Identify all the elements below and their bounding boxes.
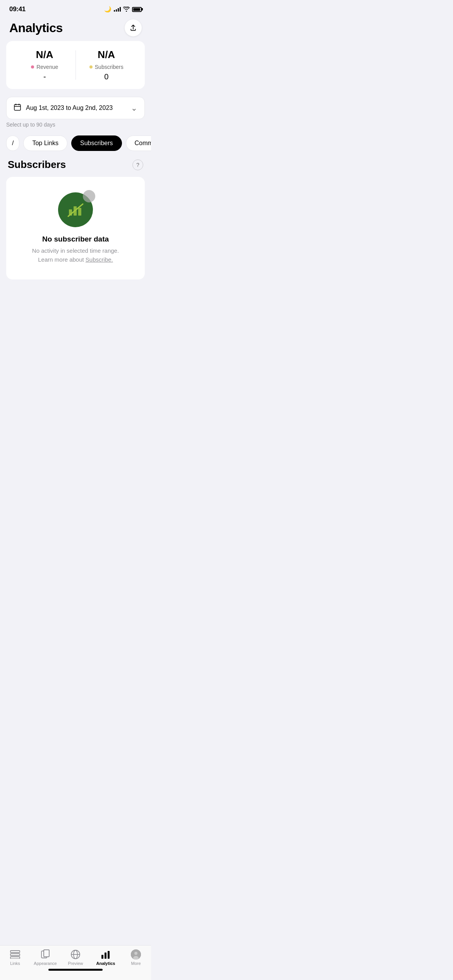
share-button[interactable]	[125, 19, 142, 36]
tab-top-links[interactable]: Top Links	[23, 135, 67, 151]
calendar-icon	[14, 103, 21, 113]
subscribers-label: Subscribers	[95, 64, 124, 70]
svg-rect-0	[14, 105, 21, 110]
tab-subscribers[interactable]: Subscribers	[71, 135, 122, 151]
tab-commerce[interactable]: Commerce	[126, 135, 151, 151]
analytics-tabs: / Top Links Subscribers Commerce L	[0, 135, 151, 159]
page-header: Analytics	[0, 16, 151, 41]
status-bar: 09:41 🌙	[0, 0, 151, 16]
help-icon: ?	[136, 162, 139, 168]
moon-icon: 🌙	[104, 6, 112, 13]
subscribers-section-header: Subscribers ?	[0, 159, 151, 177]
revenue-dot	[31, 65, 34, 69]
empty-state-desc: No activity in selected time range. Lear…	[32, 247, 119, 264]
revenue-value: N/A	[14, 49, 76, 61]
page-title: Analytics	[9, 21, 63, 35]
revenue-number: -	[14, 72, 76, 81]
subscribers-dot	[89, 65, 93, 69]
signal-icon	[114, 7, 121, 12]
empty-state-card: No subscriber data No activity in select…	[6, 177, 145, 279]
date-picker[interactable]: Aug 1st, 2023 to Aug 2nd, 2023 ⌄	[6, 97, 145, 119]
subscribers-number: 0	[76, 72, 137, 81]
battery-icon	[132, 7, 142, 12]
svg-rect-3	[78, 208, 81, 216]
status-time: 09:41	[9, 5, 26, 13]
empty-state-icon-overlay	[83, 190, 95, 202]
empty-state-title: No subscriber data	[42, 235, 109, 243]
subscribers-stat: N/A Subscribers 0	[76, 49, 137, 81]
tab-partial-left[interactable]: /	[6, 135, 19, 151]
subscribe-link[interactable]: Subscribe.	[86, 256, 113, 263]
status-icons: 🌙	[104, 6, 142, 13]
subscribers-section-title: Subscribers	[8, 159, 66, 171]
revenue-label: Revenue	[36, 64, 58, 70]
date-hint: Select up to 90 days	[6, 122, 145, 128]
help-button[interactable]: ?	[132, 159, 143, 170]
empty-state-icon-bg	[58, 192, 93, 227]
subscribers-value: N/A	[76, 49, 137, 61]
wifi-icon	[123, 7, 130, 12]
revenue-stat: N/A Revenue -	[14, 49, 76, 81]
chevron-down-icon: ⌄	[131, 103, 137, 113]
date-range-text: Aug 1st, 2023 to Aug 2nd, 2023	[26, 105, 113, 111]
stats-card: N/A Revenue - N/A Subscribers 0	[6, 41, 145, 89]
no-data-chart-icon	[67, 201, 84, 219]
